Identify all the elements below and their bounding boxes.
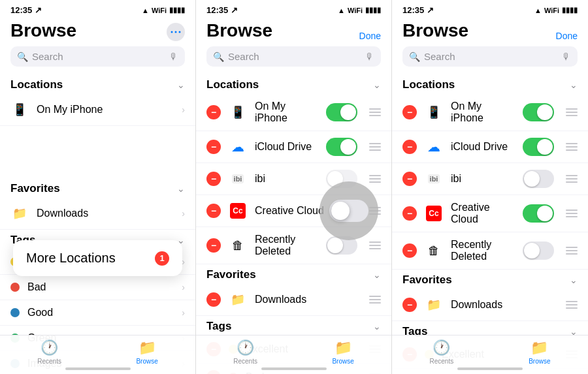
favorites-chevron-3[interactable]: ⌄ <box>570 275 578 285</box>
drag-handle-icloud-2[interactable] <box>369 143 381 151</box>
drag-handle-downloads-2[interactable] <box>369 296 381 304</box>
panel-3: 12:35 ↗ ▲WiFi▮▮▮▮ Browse Done 🔍 Search 🎙… <box>392 0 588 374</box>
tab-recents-1[interactable]: 🕐 Recents <box>37 339 61 365</box>
drag-handle-creative-3[interactable] <box>566 210 578 217</box>
remove-btn-ibi-2[interactable]: − <box>206 172 221 186</box>
favorites-chevron-2[interactable]: ⌄ <box>373 270 381 280</box>
drag-handle-deleted-3[interactable] <box>566 247 578 255</box>
toggle-knob-deleted-3 <box>524 243 540 258</box>
trash-icon-2: 🗑 <box>229 236 247 255</box>
remove-btn-downloads-2[interactable]: − <box>206 292 221 307</box>
browse-title-1: Browse <box>10 20 76 41</box>
status-icons-3: ▲WiFi▮▮▮▮ <box>534 6 578 14</box>
remove-btn-iphone-2[interactable]: − <box>206 105 221 119</box>
toggle-knob-creative-3 <box>537 206 553 221</box>
remove-btn-creative-3[interactable]: − <box>402 206 417 221</box>
remove-btn-deleted-2[interactable]: − <box>206 238 221 253</box>
more-locations-button[interactable]: More Locations 1 <box>13 240 182 276</box>
tags-header-2: Tags ⌄ <box>196 316 391 335</box>
search-bar-2[interactable]: 🔍 Search 🎙 <box>206 46 381 67</box>
tag-good-1[interactable]: Good › <box>0 300 195 326</box>
remove-btn-icloud-3[interactable]: − <box>402 140 417 154</box>
toggle-icloud-2[interactable] <box>326 138 357 156</box>
creative-cloud-item-2[interactable]: − Cc Creative Cloud <box>196 195 391 227</box>
phone-icon-1: 📱 <box>10 101 29 119</box>
favorites-title-1: Favorites <box>10 182 60 195</box>
toggle-ibi-3[interactable] <box>523 170 554 188</box>
browse-label-2: Browse <box>332 358 353 365</box>
locations-chevron-1[interactable]: ⌄ <box>177 80 185 90</box>
cloud-icon-2: ☁ <box>229 138 247 156</box>
tag-bad-1[interactable]: Bad › <box>0 275 195 300</box>
downloads-item-2[interactable]: − 📁 Downloads <box>196 284 391 316</box>
toggle-knob-iphone-2 <box>340 104 356 120</box>
downloads-item-1[interactable]: 📁 Downloads › <box>0 198 195 230</box>
tag-chevron-bad-1: › <box>182 282 185 292</box>
favorites-chevron-1[interactable]: ⌄ <box>177 183 185 194</box>
done-button-2[interactable]: Done <box>359 31 381 41</box>
tag-dot-bad-1 <box>10 283 20 292</box>
zoomed-toggle-2[interactable] <box>329 200 368 222</box>
remove-btn-iphone-3[interactable]: − <box>402 105 417 119</box>
search-icon-2: 🔍 <box>213 52 224 62</box>
toggle-deleted-3[interactable] <box>523 242 554 260</box>
remove-btn-deleted-3[interactable]: − <box>402 243 417 258</box>
search-bar-1[interactable]: 🔍 Search 🎙 <box>10 46 185 67</box>
remove-btn-icloud-2[interactable]: − <box>206 140 221 154</box>
tag-chevron-good-1: › <box>182 307 185 318</box>
remove-btn-creative-2[interactable]: − <box>206 204 221 218</box>
search-icon-1: 🔍 <box>17 52 28 62</box>
panel-content-3: Locations ⌄ − 📱 On My iPhone − ☁ iCloud … <box>392 74 588 374</box>
downloads-label-3: Downloads <box>451 299 554 311</box>
drag-handle-icloud-3[interactable] <box>566 143 578 151</box>
ibi-item-3[interactable]: − ibi ibi <box>392 163 588 195</box>
done-button-3[interactable]: Done <box>556 31 578 41</box>
locations-chevron-3[interactable]: ⌄ <box>570 80 578 90</box>
browse-label-3: Browse <box>529 358 550 365</box>
icloud-item-2[interactable]: − ☁ iCloud Drive <box>196 131 391 163</box>
recently-deleted-item-3[interactable]: − 🗑 Recently Deleted <box>392 232 588 270</box>
on-my-iphone-item-1[interactable]: 📱 On My iPhone › <box>0 94 195 126</box>
on-my-iphone-item-3[interactable]: − 📱 On My iPhone <box>392 94 588 131</box>
drag-handle-iphone-3[interactable] <box>566 108 578 116</box>
drag-handle-ibi-2[interactable] <box>369 175 381 183</box>
drag-handle-deleted-2[interactable] <box>369 242 381 249</box>
home-indicator-3 <box>457 367 523 370</box>
locations-chevron-2[interactable]: ⌄ <box>373 80 381 90</box>
remove-btn-downloads-3[interactable]: − <box>402 298 417 312</box>
icloud-label-2: iCloud Drive <box>255 141 318 153</box>
status-icons-2: ▲WiFi▮▮▮▮ <box>338 6 381 14</box>
status-icons: ▲WiFi▮▮▮▮ <box>142 6 185 14</box>
remove-btn-ibi-3[interactable]: − <box>402 172 417 186</box>
drag-handle-downloads-3[interactable] <box>566 301 578 309</box>
recently-deleted-label-2: Recently Deleted <box>255 234 318 257</box>
drag-handle-iphone-2[interactable] <box>369 108 381 116</box>
toggle-knob-icloud-2 <box>340 139 356 155</box>
favorites-header-1: Favorites ⌄ <box>0 178 195 198</box>
tab-recents-3[interactable]: 🕐 Recents <box>429 339 453 365</box>
more-options-button[interactable] <box>167 23 185 41</box>
search-bar-3[interactable]: 🔍 Search 🎙 <box>402 46 578 67</box>
tab-browse-3[interactable]: 📁 Browse <box>529 339 550 365</box>
svg-point-1 <box>175 31 177 33</box>
toggle-creative-3[interactable] <box>523 204 554 223</box>
on-my-iphone-item-2[interactable]: − 📱 On My iPhone <box>196 94 391 131</box>
creative-cloud-item-3[interactable]: − Cc Creative Cloud <box>392 195 588 232</box>
tab-browse-2[interactable]: 📁 Browse <box>332 339 353 365</box>
toggle-icloud-3[interactable] <box>523 138 554 156</box>
svg-point-2 <box>179 31 181 33</box>
tab-browse-1[interactable]: 📁 Browse <box>136 339 157 365</box>
downloads-label-1: Downloads <box>37 208 174 219</box>
toggle-knob-ibi-3 <box>524 171 540 187</box>
drag-handle-ibi-3[interactable] <box>566 175 578 183</box>
toggle-iphone-2[interactable] <box>326 103 357 121</box>
creative-cloud-label-3: Creative Cloud <box>451 202 515 225</box>
browse-icon-2: 📁 <box>335 339 352 356</box>
tags-chevron-2[interactable]: ⌄ <box>373 321 381 332</box>
search-placeholder-3: Search <box>424 51 558 62</box>
tab-recents-2[interactable]: 🕐 Recents <box>233 339 257 365</box>
header-1: Browse <box>0 18 195 46</box>
downloads-item-3[interactable]: − 📁 Downloads <box>392 289 588 321</box>
icloud-item-3[interactable]: − ☁ iCloud Drive <box>392 131 588 163</box>
toggle-iphone-3[interactable] <box>523 103 554 121</box>
